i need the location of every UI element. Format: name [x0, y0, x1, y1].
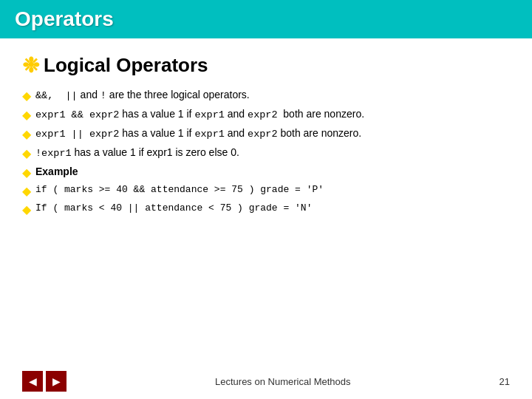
bullet-arrow-7: ◆	[22, 202, 31, 216]
bullet-code-1: if ( marks >= 40 && attendance >= 75 ) g…	[35, 183, 324, 197]
bullet-text-4: !expr1 has a value 1 if expr1 is zero el…	[35, 146, 239, 161]
list-item: ◆ if ( marks >= 40 && attendance >= 75 )…	[22, 183, 510, 198]
list-item: ◆ &&, || and ! are the three logical ope…	[22, 88, 510, 103]
footer: ◀ ▶ Lectures on Numerical Methods 21	[0, 371, 532, 392]
bullet-arrow-3: ◆	[22, 127, 31, 141]
bullet-text-2: expr1 && expr2 has a value 1 if expr1 an…	[35, 107, 364, 123]
bullet-text-3: expr1 || expr2 has a value 1 if expr1 an…	[35, 126, 361, 142]
list-item: ◆ expr1 || expr2 has a value 1 if expr1 …	[22, 126, 510, 142]
bullet-arrow-2: ◆	[22, 108, 31, 122]
bullet-list: ◆ &&, || and ! are the three logical ope…	[22, 88, 510, 216]
footer-center-text: Lectures on Numerical Methods	[66, 376, 499, 387]
bullet-arrow-4: ◆	[22, 146, 31, 160]
list-item: ◆ Example	[22, 165, 510, 180]
bullet-text-1: &&, || and ! are the three logical opera…	[35, 88, 250, 103]
nav-prev-button[interactable]: ◀	[22, 371, 43, 392]
header-title: Operators	[15, 7, 114, 31]
section-title: ❉ Logical Operators	[22, 53, 510, 78]
bullet-arrow-6: ◆	[22, 184, 31, 198]
next-arrow-icon: ▶	[52, 375, 61, 387]
header: Operators	[0, 0, 532, 38]
section-title-text: Logical Operators	[44, 54, 208, 77]
bullet-arrow-1: ◆	[22, 89, 31, 103]
nav-next-button[interactable]: ▶	[46, 371, 66, 392]
footer-page-number: 21	[499, 376, 510, 387]
bullet-text-5: Example	[35, 165, 78, 180]
main-content: ❉ Logical Operators ◆ &&, || and ! are t…	[0, 38, 532, 235]
star-icon: ❉	[22, 53, 39, 78]
list-item: ◆ If ( marks < 40 || attendance < 75 ) g…	[22, 202, 510, 216]
bullet-code-2: If ( marks < 40 || attendance < 75 ) gra…	[35, 202, 312, 215]
list-item: ◆ !expr1 has a value 1 if expr1 is zero …	[22, 146, 510, 161]
prev-arrow-icon: ◀	[29, 375, 37, 387]
nav-buttons[interactable]: ◀ ▶	[22, 371, 66, 392]
list-item: ◆ expr1 && expr2 has a value 1 if expr1 …	[22, 107, 510, 123]
bullet-arrow-5: ◆	[22, 166, 31, 180]
